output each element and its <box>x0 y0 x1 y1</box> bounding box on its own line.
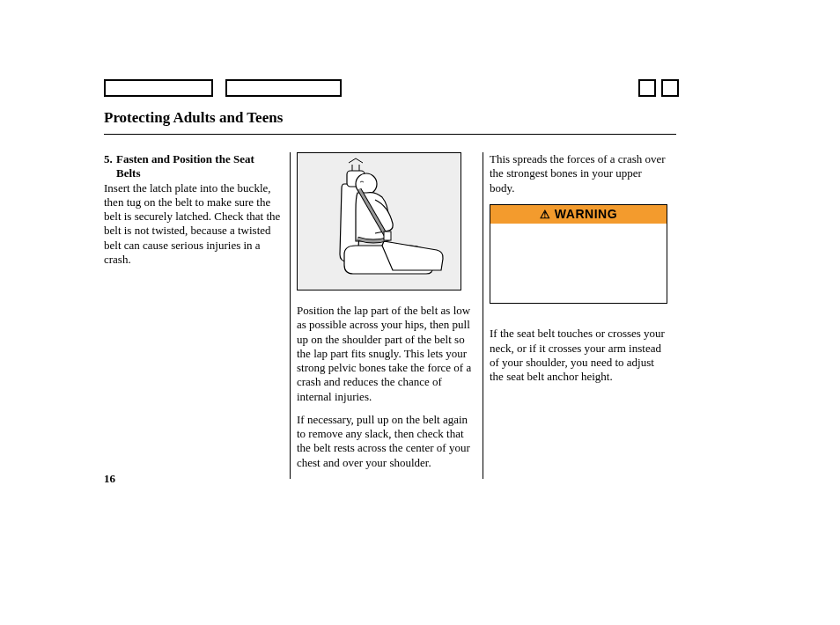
seatbelt-illustration-frame <box>297 152 461 290</box>
header-nav-boxes <box>638 79 679 97</box>
col3-para1: This spreads the forces of a crash over … <box>490 152 667 195</box>
col3-para2: If the seat belt touches or crosses your… <box>490 327 667 384</box>
warning-triangle-icon: ⚠ <box>540 208 551 221</box>
page-title: Protecting Adults and Teens <box>104 109 283 127</box>
header-tab-boxes <box>104 79 342 97</box>
header-tab-box-2 <box>225 79 342 97</box>
header-tab-box-1 <box>104 79 213 97</box>
seatbelt-position-illustration <box>305 158 454 285</box>
column-separator-1 <box>290 152 291 479</box>
step-title: 5.Fasten and Position the Seat Belts <box>104 152 281 181</box>
title-rule <box>104 134 676 135</box>
warning-box: ⚠ WARNING <box>490 204 667 305</box>
col1-para1: Insert the latch plate into the buckle, … <box>104 181 281 268</box>
step-number: 5. <box>104 152 116 166</box>
page-number: 16 <box>104 472 115 486</box>
header-nav-box-2 <box>661 79 679 97</box>
step-title-line1: Fasten and Position the Seat <box>116 152 254 165</box>
column-2: Position the lap part of the belt as low… <box>297 152 483 479</box>
header-nav-box-1 <box>638 79 656 97</box>
warning-header: ⚠ WARNING <box>490 205 667 224</box>
warning-label: WARNING <box>555 207 617 221</box>
column-3: This spreads the forces of a crash over … <box>490 152 676 479</box>
warning-body <box>490 224 667 303</box>
col2-para1: Position the lap part of the belt as low… <box>297 304 474 404</box>
step-title-line2: Belts <box>104 166 281 180</box>
content-columns: 5.Fasten and Position the Seat Belts Ins… <box>104 152 676 479</box>
column-1: 5.Fasten and Position the Seat Belts Ins… <box>104 152 290 479</box>
column-separator-2 <box>483 152 483 479</box>
svg-rect-5 <box>384 232 391 240</box>
col2-para2: If necessary, pull up on the belt again … <box>297 413 474 470</box>
manual-page: Protecting Adults and Teens 5.Fasten and… <box>0 0 840 625</box>
